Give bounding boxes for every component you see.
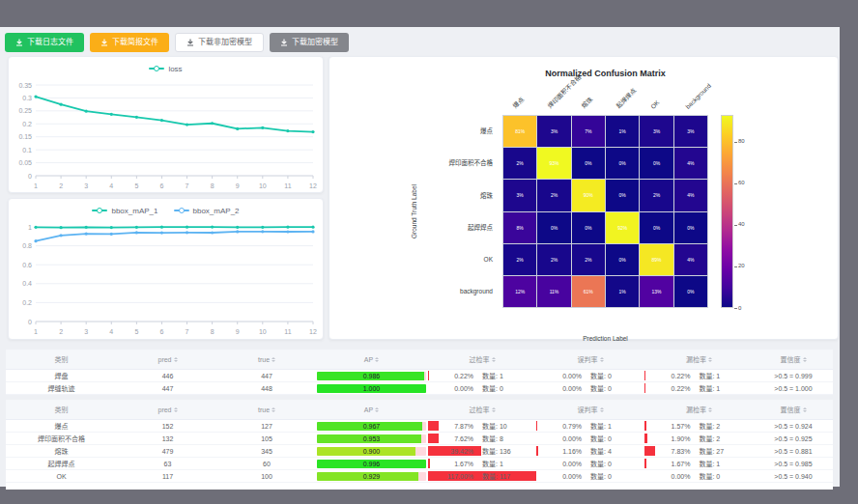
- overdetect-cell: 7.62%数量: 8: [428, 433, 536, 444]
- legend-item-loss[interactable]: loss: [149, 65, 182, 73]
- ap-cell: 0.967: [315, 422, 428, 431]
- sort-icon[interactable]: [492, 406, 496, 414]
- sort-icon[interactable]: [492, 355, 496, 364]
- loss-chart: 00.050.10.150.20.250.30.3512345678910111…: [9, 77, 323, 191]
- svg-text:0.4: 0.4: [22, 280, 32, 287]
- download-report-button[interactable]: 下载简报文件: [90, 33, 169, 52]
- svg-text:10: 10: [259, 328, 267, 335]
- sort-icon[interactable]: [600, 406, 604, 414]
- metric-percent: 0.00%: [536, 473, 582, 480]
- pred-cell: 117: [117, 473, 218, 480]
- ap-cell: 0.929: [315, 472, 428, 481]
- svg-text:6: 6: [160, 182, 164, 189]
- column-header-类别: 类别: [6, 354, 117, 364]
- svg-text:0: 0: [28, 319, 32, 325]
- sort-icon[interactable]: [803, 406, 807, 414]
- legend-item-bbox_mAP_1[interactable]: bbox_mAP_1: [92, 207, 157, 215]
- overdetect-cell: 0.22%数量: 1: [428, 370, 536, 381]
- column-header-label: 过检率: [470, 354, 490, 364]
- miss-cell: 7.83%数量: 27: [644, 445, 754, 457]
- sort-icon[interactable]: [272, 355, 275, 364]
- sort-desc-icon: [708, 360, 712, 364]
- confidence-cell: >0.5 = 1.000: [754, 385, 833, 392]
- matrix-grid: 81%3%7%1%3%3%2%93%0%0%0%4%3%2%90%0%2%4%8…: [502, 115, 708, 308]
- matrix-cell: 0%: [674, 276, 707, 307]
- sort-icon[interactable]: [174, 355, 178, 364]
- download-log-button[interactable]: 下载日志文件: [5, 33, 84, 52]
- colorbar-tick: [734, 183, 737, 184]
- column-header-类别: 类别: [6, 405, 117, 414]
- column-header-误判率[interactable]: 误判率: [536, 405, 644, 414]
- legend-item-bbox_mAP_2[interactable]: bbox_mAP_2: [174, 207, 240, 215]
- column-header-过检率[interactable]: 过检率: [428, 354, 536, 364]
- button-label: 下载简报文件: [112, 39, 158, 46]
- svg-text:3: 3: [84, 328, 88, 335]
- column-header-误判率[interactable]: 误判率: [536, 354, 644, 364]
- metric-percent: 7.83%: [644, 448, 690, 455]
- metric-count: 数量: 1: [699, 383, 720, 393]
- sort-desc-icon: [174, 410, 178, 414]
- download-encrypted-model-button[interactable]: 下载加密模型: [270, 33, 349, 52]
- sort-icon[interactable]: [708, 355, 712, 364]
- class-cell: OK: [6, 473, 117, 480]
- sort-icon[interactable]: [708, 406, 712, 414]
- colorbar-tick: [734, 225, 737, 226]
- sort-icon[interactable]: [600, 355, 604, 364]
- metric-percent: 1.67%: [644, 461, 690, 467]
- metric-count: 数量: 1: [699, 459, 720, 468]
- matrix-cell: 4%: [674, 148, 707, 179]
- matrix-cell: 93%: [537, 148, 570, 179]
- column-header-漏检率[interactable]: 漏检率: [644, 354, 754, 364]
- svg-text:8: 8: [211, 182, 214, 189]
- sort-desc-icon: [600, 360, 604, 364]
- sort-asc-icon: [600, 406, 604, 409]
- svg-text:2: 2: [59, 328, 63, 335]
- metrics-tables: 类别predtrueAP过检率误判率漏检率置信度焊盘4464470.9860.2…: [6, 350, 833, 490]
- column-header-置信度[interactable]: 置信度: [754, 405, 833, 414]
- true-cell: 100: [218, 473, 315, 480]
- matrix-cell: 92%: [606, 212, 639, 243]
- sort-asc-icon: [375, 355, 379, 359]
- metrics-table-2: 类别predtrueAP过检率误判率漏检率置信度爆点1521270.9677.8…: [6, 400, 833, 490]
- download-unencrypted-model-button[interactable]: 下载非加密模型: [175, 33, 264, 52]
- sort-desc-icon: [600, 410, 604, 414]
- svg-text:5: 5: [134, 328, 138, 335]
- sort-icon[interactable]: [174, 406, 178, 414]
- sort-icon[interactable]: [803, 355, 807, 364]
- true-cell: 105: [218, 435, 315, 442]
- svg-text:3: 3: [84, 182, 88, 189]
- metric-percent: 0.00%: [428, 385, 473, 392]
- ap-bar-track: 1.000: [317, 384, 426, 393]
- column-header-pred[interactable]: pred: [117, 406, 218, 414]
- column-header-AP[interactable]: AP: [315, 355, 428, 364]
- matrix-cell: 11%: [537, 276, 570, 307]
- svg-text:0.1: 0.1: [22, 147, 32, 154]
- column-header-置信度[interactable]: 置信度: [754, 354, 833, 364]
- column-header-true[interactable]: true: [218, 355, 315, 364]
- column-header-AP[interactable]: AP: [315, 406, 428, 414]
- class-cell: 起焊焊点: [6, 459, 117, 468]
- sort-asc-icon: [803, 355, 807, 359]
- sort-icon[interactable]: [272, 406, 275, 414]
- metric-count: 数量: 0: [482, 383, 503, 393]
- column-header-true[interactable]: true: [218, 406, 315, 414]
- colorbar-tick-label: 0: [738, 305, 741, 311]
- sort-desc-icon: [375, 410, 379, 414]
- sort-desc-icon: [803, 360, 807, 364]
- ap-bar-track: 0.996: [317, 460, 426, 468]
- sort-icon[interactable]: [375, 355, 379, 364]
- metric-count: 数量: 1: [699, 371, 720, 380]
- column-header-pred[interactable]: pred: [117, 355, 218, 364]
- matrix-cell: 4%: [674, 180, 707, 210]
- matrix-cell: 0%: [537, 212, 570, 243]
- matrix-cell: 90%: [572, 180, 605, 210]
- sort-icon[interactable]: [375, 406, 379, 414]
- column-header-过检率[interactable]: 过检率: [428, 405, 536, 414]
- table-row: OK1171000.929117.00%数量: 1170.00%数量: 00.0…: [6, 470, 833, 483]
- column-header-漏检率[interactable]: 漏检率: [644, 405, 754, 414]
- map-chart-legend: bbox_mAP_1bbox_mAP_2: [9, 199, 323, 216]
- ap-cell: 0.996: [315, 460, 428, 468]
- matrix-cell: 2%: [537, 244, 570, 275]
- loss-chart-card: loss 00.050.10.150.20.250.30.35123456789…: [8, 56, 324, 193]
- matrix-cell: 2%: [503, 148, 536, 179]
